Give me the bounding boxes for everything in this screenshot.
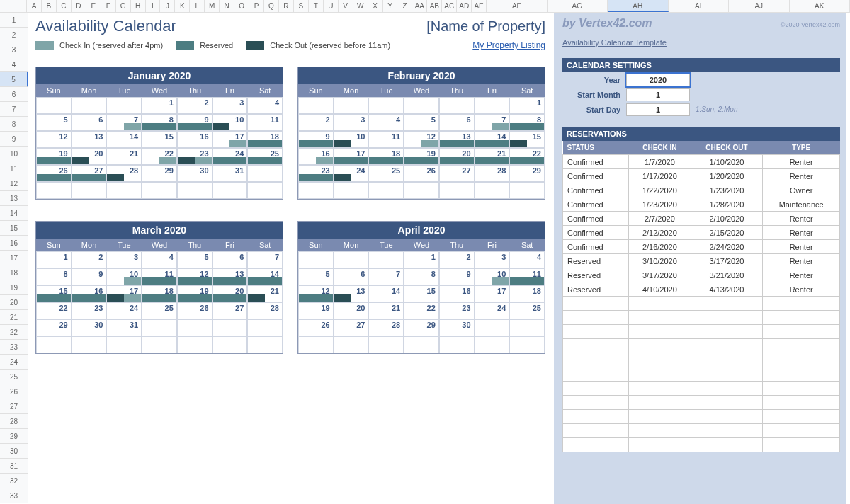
row-header-2[interactable]: 2 — [0, 28, 28, 42]
calendar-day[interactable] — [439, 182, 475, 199]
table-row[interactable] — [563, 438, 840, 452]
calendar-day[interactable] — [106, 97, 142, 114]
calendar-day[interactable]: 4 — [368, 114, 404, 131]
calendar-day[interactable]: 4 — [142, 251, 177, 268]
col-header-C[interactable]: C — [57, 0, 72, 12]
col-header-AE[interactable]: AE — [472, 0, 487, 12]
year-input[interactable]: 2020 — [626, 74, 690, 86]
col-header-S[interactable]: S — [294, 0, 309, 12]
table-row[interactable] — [563, 325, 840, 339]
col-header-N[interactable]: N — [220, 0, 234, 12]
calendar-day[interactable] — [404, 97, 439, 114]
calendar-day[interactable]: 11 — [142, 268, 177, 285]
calendar-day[interactable] — [212, 182, 248, 199]
table-cell[interactable]: Renter — [763, 240, 840, 254]
calendar-day[interactable]: 26 — [177, 302, 212, 319]
table-cell[interactable]: 1/17/2020 — [629, 169, 691, 183]
table-cell[interactable]: Maintenance — [763, 197, 840, 212]
calendar-day[interactable]: 3 — [334, 114, 369, 131]
calendar-day[interactable] — [72, 182, 107, 199]
calendar-day[interactable]: 20 — [72, 148, 107, 165]
calendar-day[interactable] — [509, 182, 545, 199]
calendar-day[interactable]: 7 — [475, 114, 510, 131]
calendar-day[interactable]: 25 — [142, 302, 177, 319]
calendar-day[interactable]: 16 — [298, 148, 334, 165]
row-header-1[interactable]: 1 — [0, 13, 28, 28]
row-header-21[interactable]: 21 — [0, 310, 28, 325]
calendar-day[interactable] — [36, 336, 72, 353]
calendar-day[interactable]: 26 — [36, 165, 72, 182]
col-header-AC[interactable]: AC — [442, 0, 457, 12]
table-row[interactable]: Reserved4/10/20204/13/2020Renter — [563, 282, 840, 297]
start-month-input[interactable]: 1 — [626, 88, 690, 101]
calendar-day[interactable] — [72, 97, 107, 114]
res-col-header[interactable]: CHECK OUT — [691, 141, 763, 155]
table-cell[interactable]: Reserved — [563, 282, 629, 297]
res-col-header[interactable]: CHECK IN — [629, 141, 691, 155]
calendar-day[interactable]: 12 — [404, 131, 439, 148]
calendar-day[interactable]: 29 — [404, 319, 439, 336]
calendar-day[interactable]: 12 — [177, 268, 212, 285]
col-header-L[interactable]: L — [190, 0, 205, 12]
calendar-day[interactable]: 28 — [475, 165, 510, 182]
row-header-29[interactable]: 29 — [0, 429, 28, 444]
calendar-day[interactable]: 5 — [404, 114, 439, 131]
table-cell[interactable]: Renter — [763, 282, 840, 297]
calendar-day[interactable]: 14 — [475, 131, 510, 148]
row-header-18[interactable]: 18 — [0, 265, 28, 280]
col-header-AJ[interactable]: AJ — [729, 0, 789, 12]
col-header-F[interactable]: F — [101, 0, 116, 12]
calendar-day[interactable]: 23 — [177, 148, 212, 165]
col-header-M[interactable]: M — [205, 0, 220, 12]
calendar-day[interactable]: 26 — [298, 319, 334, 336]
calendar-day[interactable] — [212, 319, 248, 336]
table-cell[interactable]: 1/22/2020 — [629, 183, 691, 197]
calendar-day[interactable] — [334, 336, 369, 353]
table-cell[interactable]: Confirmed — [563, 212, 629, 226]
row-header-6[interactable]: 6 — [0, 87, 28, 102]
row-header-11[interactable]: 11 — [0, 161, 28, 176]
table-row[interactable]: Reserved3/17/20203/21/2020Renter — [563, 268, 840, 282]
col-header-R[interactable]: R — [279, 0, 294, 12]
calendar-day[interactable] — [368, 336, 404, 353]
table-row[interactable] — [563, 424, 840, 438]
calendar-day[interactable]: 24 — [475, 302, 510, 319]
row-header-22[interactable]: 22 — [0, 325, 28, 340]
calendar-day[interactable]: 19 — [404, 148, 439, 165]
calendar-day[interactable]: 8 — [509, 114, 545, 131]
calendar-day[interactable] — [298, 182, 334, 199]
table-row[interactable]: Confirmed2/16/20202/24/2020Renter — [563, 240, 840, 254]
col-header-AI[interactable]: AI — [669, 0, 729, 12]
row-header-23[interactable]: 23 — [0, 340, 28, 355]
calendar-day[interactable]: 14 — [247, 268, 283, 285]
col-header-O[interactable]: O — [234, 0, 249, 12]
calendar-day[interactable]: 7 — [106, 114, 142, 131]
calendar-day[interactable]: 13 — [439, 131, 475, 148]
row-header-10[interactable]: 10 — [0, 147, 28, 161]
table-row[interactable] — [563, 367, 840, 382]
property-name[interactable]: [Name of Property] — [426, 18, 545, 35]
calendar-day[interactable]: 28 — [247, 302, 283, 319]
table-cell[interactable]: Renter — [763, 268, 840, 282]
res-col-header[interactable]: STATUS — [563, 141, 629, 155]
calendar-day[interactable]: 6 — [334, 268, 369, 285]
calendar-day[interactable]: 22 — [509, 148, 545, 165]
col-header-AK[interactable]: AK — [790, 0, 850, 12]
calendar-day[interactable]: 30 — [72, 319, 107, 336]
calendar-day[interactable] — [334, 251, 369, 268]
table-cell[interactable]: 4/13/2020 — [691, 282, 763, 297]
row-header-9[interactable]: 9 — [0, 132, 28, 147]
row-header-17[interactable]: 17 — [0, 251, 28, 265]
table-cell[interactable]: Renter — [763, 212, 840, 226]
property-listing-link[interactable]: My Property Listing — [472, 40, 545, 50]
calendar-day[interactable]: 3 — [212, 97, 248, 114]
row-header-31[interactable]: 31 — [0, 459, 28, 474]
table-row[interactable]: Confirmed2/12/20202/15/2020Renter — [563, 226, 840, 240]
calendar-day[interactable]: 29 — [509, 165, 545, 182]
calendar-day[interactable]: 11 — [509, 268, 545, 285]
row-header-13[interactable]: 13 — [0, 191, 28, 206]
calendar-day[interactable]: 1 — [142, 97, 177, 114]
calendar-day[interactable] — [475, 336, 510, 353]
calendar-day[interactable]: 15 — [36, 285, 72, 302]
calendar-day[interactable]: 29 — [36, 319, 72, 336]
